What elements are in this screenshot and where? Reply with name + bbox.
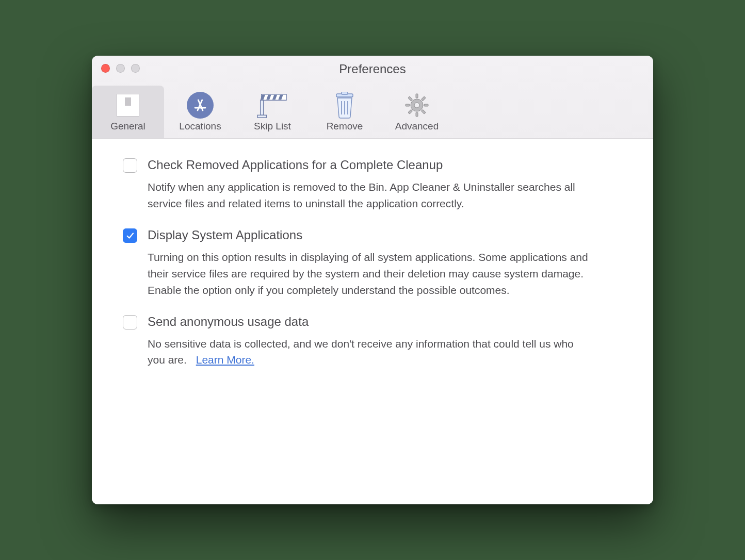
svg-rect-9: [257, 115, 266, 118]
svg-rect-11: [342, 92, 348, 94]
svg-rect-21: [408, 109, 412, 113]
option-desc: Notify when any application is removed t…: [148, 179, 591, 212]
svg-rect-19: [424, 104, 428, 106]
tab-remove[interactable]: Remove: [309, 86, 381, 138]
zoom-window-button[interactable]: [131, 64, 140, 73]
tab-label: Skip List: [239, 121, 305, 132]
tab-label: Advanced: [384, 121, 450, 132]
checkbox-send-usage[interactable]: [123, 315, 137, 330]
content-pane: Check Removed Applications for a Complet…: [92, 139, 653, 504]
svg-rect-23: [421, 109, 425, 113]
close-window-button[interactable]: [101, 64, 110, 73]
traffic-lights: [101, 64, 140, 73]
tab-skip-list[interactable]: Skip List: [236, 86, 309, 138]
minimize-window-button[interactable]: [116, 64, 125, 73]
barrier-icon: [239, 91, 305, 120]
svg-rect-18: [406, 104, 410, 106]
svg-rect-20: [421, 96, 425, 101]
learn-more-link[interactable]: Learn More.: [196, 354, 254, 366]
svg-rect-17: [416, 112, 418, 117]
checkbox-display-system[interactable]: [123, 228, 137, 243]
titlebar: Preferences General: [92, 56, 653, 139]
tab-advanced[interactable]: Advanced: [381, 86, 453, 138]
checkbox-check-removed[interactable]: [123, 158, 137, 173]
svg-rect-8: [261, 100, 264, 115]
tab-label: Remove: [312, 121, 378, 132]
option-title: Send anonymous usage data: [148, 314, 309, 330]
tab-label: General: [95, 121, 161, 132]
window-title: Preferences: [92, 56, 653, 86]
trash-icon: [312, 91, 378, 120]
gear-icon: [384, 91, 450, 120]
svg-rect-16: [416, 94, 418, 98]
appstore-icon: [167, 91, 233, 120]
option-title: Check Removed Applications for a Complet…: [148, 157, 443, 173]
tab-label: Locations: [167, 121, 233, 132]
option-title: Display System Applications: [148, 227, 302, 243]
option-desc: No sensitive data is collected, and we d…: [148, 336, 591, 369]
svg-rect-22: [408, 96, 412, 101]
toolbar: General Locations: [92, 86, 653, 138]
tab-general[interactable]: General: [92, 86, 164, 138]
svg-point-24: [414, 103, 419, 108]
tab-locations[interactable]: Locations: [164, 86, 236, 138]
switch-icon: [95, 91, 161, 120]
preferences-window: Preferences General: [92, 56, 653, 504]
check-icon: [125, 231, 135, 240]
option-desc: Turning on this option results in displa…: [148, 249, 591, 299]
